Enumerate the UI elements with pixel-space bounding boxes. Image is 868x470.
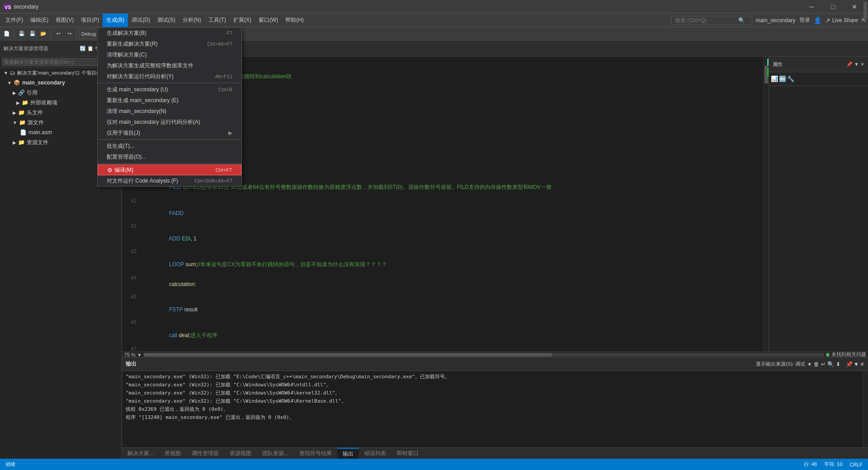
output-word-wrap-btn[interactable]: ↵ <box>821 361 826 367</box>
output-auto-scroll-btn[interactable]: ⬇ <box>836 361 840 367</box>
status-char[interactable]: 字符: 10 <box>822 461 844 468</box>
build-menu-analyze-project[interactable]: 仅对 main_secondary 运行代码分析(A) <box>98 117 241 127</box>
status-char-text: 字符: 10 <box>824 461 842 468</box>
prop-sort-icon[interactable]: 🔤 <box>779 75 786 82</box>
build-menu-clean-project[interactable]: 清理 main_secondary(N) <box>98 106 241 117</box>
prop-wrench-icon[interactable]: 🔧 <box>787 75 794 82</box>
properties-panel: 属性 📌 ▼ ✕ 📊 🔤 🔧 <box>769 56 868 352</box>
prop-pin-icon[interactable]: 📌 <box>846 61 853 67</box>
properties-controls: 📌 ▼ ✕ <box>846 61 864 67</box>
output-line-6: 程序 "[13248] main_secondary.exe" 已退出，返回值为… <box>126 414 859 422</box>
build-menu-config-manager[interactable]: 配置管理器(O)... <box>98 151 241 162</box>
menu-window[interactable]: 窗口(W) <box>255 14 282 27</box>
tab-prop-manager[interactable]: 属性管理器 <box>186 448 224 459</box>
search-box[interactable]: 🔍 <box>671 16 752 25</box>
account-icon[interactable]: 👤 <box>814 17 821 24</box>
code-line-42: 42 ADD ESI, 1 <box>122 223 763 248</box>
output-panel-header: 输出 显示输出来源(S): 调试 ▼ 🗑 ↵ 🔍 ⬇ 📌 ▼ <box>122 357 868 371</box>
build-menu-rebuild-solution[interactable]: 重新生成解决方案(R) Ctrl+Alt+F7 <box>98 38 241 49</box>
menu-project[interactable]: 项目(P) <box>77 14 103 27</box>
src-label: 源文件 <box>28 119 44 127</box>
search-input[interactable] <box>675 17 738 24</box>
tab-resource-view[interactable]: 资源视图 <box>224 448 257 459</box>
minimize-button[interactable]: ─ <box>802 0 822 14</box>
menu-debug[interactable]: 调试(D) <box>128 14 154 27</box>
h-scrollbar[interactable]: 75 % ▼ 未找到相关问题 <box>122 352 868 357</box>
panel-pin-icon[interactable]: 📌 <box>846 361 853 367</box>
menu-file[interactable]: 文件(F) <box>2 14 27 27</box>
output-find-btn[interactable]: 🔍 <box>827 361 834 367</box>
sidebar-props-icon[interactable]: 📋 <box>87 46 94 52</box>
project-label: main_secondary <box>22 80 65 86</box>
menu-tools[interactable]: 工具(T) <box>205 14 230 27</box>
tab-output[interactable]: 输出 <box>337 448 359 459</box>
zoom-text: 75 % <box>124 352 136 357</box>
toolbar-save[interactable]: 💾 <box>28 29 38 39</box>
menu-right: 🔍 main_secondary 登录 👤 ↗ Live Share ⇱ <box>671 16 866 25</box>
tab-error-list[interactable]: 错误列表 <box>359 448 392 459</box>
login-button[interactable]: 登录 <box>799 16 810 24</box>
build-menu-sep2 <box>98 139 241 140</box>
hdr-label: 头文件 <box>27 109 43 117</box>
toolbar-redo[interactable]: ↪ <box>64 29 74 39</box>
search-icon: 🔍 <box>738 17 745 24</box>
menu-view[interactable]: 视图(V) <box>52 14 77 27</box>
zoom-dropdown[interactable]: ▼ <box>137 352 142 357</box>
prop-close-icon[interactable]: ✕ <box>860 61 864 67</box>
output-clear-btn[interactable]: 🗑 <box>814 361 819 367</box>
build-menu-rebuild-project[interactable]: 重新生成 main_secondary (E) <box>98 95 241 106</box>
toolbar-open[interactable]: 📂 <box>38 29 48 39</box>
sidebar-sync-icon[interactable]: 🔄 <box>80 46 86 52</box>
build-menu-build-solution[interactable]: 生成解决方案(B) F7 <box>98 28 241 38</box>
build-menu-gen-pdb[interactable]: 为解决方案生成完整程序数据库文件 <box>98 60 241 71</box>
status-ready-text: 就绪 <box>5 461 15 468</box>
menu-build[interactable]: 生成(B) <box>103 14 128 27</box>
tab-immediate[interactable]: 即时窗口 <box>392 448 424 459</box>
build-menu-clean-solution[interactable]: 清理解决方案(C) <box>98 49 241 60</box>
output-scrollbar[interactable] <box>863 371 868 447</box>
menu-edit[interactable]: 编辑(E) <box>27 14 52 27</box>
status-ready[interactable]: 就绪 <box>4 461 17 468</box>
tab-team[interactable]: 团队资源... <box>257 448 294 459</box>
maximize-button[interactable]: □ <box>823 0 843 14</box>
status-line[interactable]: 行: 48 <box>802 461 819 468</box>
build-menu-compile[interactable]: ⚙ 编译(M) Ctrl+F7 <box>98 164 241 175</box>
vertical-scrollbar[interactable] <box>763 56 769 352</box>
asm-icon: 📄 <box>20 129 27 136</box>
project-name: main_secondary <box>756 17 796 24</box>
build-menu-build-project[interactable]: 生成 main_secondary (U) Ctrl+B <box>98 84 241 95</box>
toolbar-save-all[interactable]: 💾 <box>17 29 27 39</box>
panel-close-icon[interactable]: ✕ <box>860 361 864 367</box>
menu-test[interactable]: 测试(S) <box>154 14 179 27</box>
ref-icon: 🔗 <box>18 89 25 96</box>
menu-analyze[interactable]: 分析(N) <box>179 14 205 27</box>
status-line-ending[interactable]: CRLF <box>848 462 864 467</box>
output-toolbar: 显示输出来源(S): 调试 ▼ 🗑 ↵ 🔍 ⬇ 📌 ▼ ✕ <box>756 361 864 367</box>
toolbar-new[interactable]: 📄 <box>2 29 12 39</box>
build-menu-project-only[interactable]: 仅用于项目(J) ▶ <box>98 127 241 138</box>
toolbar-undo[interactable]: ↩ <box>53 29 63 39</box>
prop-cat-icon[interactable]: 📊 <box>771 75 778 82</box>
live-share-button[interactable]: ↗ Live Share <box>825 17 858 24</box>
h-scroll-track[interactable] <box>144 353 824 357</box>
tab-find-symbol[interactable]: 查找符号结果 <box>294 448 337 459</box>
properties-content <box>769 86 868 352</box>
ext-label: 外部依赖项 <box>30 99 57 107</box>
build-menu-batch[interactable]: 批生成(T)... <box>98 141 241 151</box>
prop-dropdown-icon[interactable]: ▼ <box>854 61 859 67</box>
build-menu-sep3 <box>98 163 241 164</box>
tab-solution[interactable]: 解决方案... <box>122 448 159 459</box>
tab-class-view[interactable]: 类视图 <box>159 448 186 459</box>
ext-icon: 📁 <box>22 99 28 106</box>
panel-dropdown-icon[interactable]: ▼ <box>854 361 859 367</box>
build-menu-analyze-file[interactable]: 对文件运行 Code Analysis (F) Ctrl+Shift+Alt+F… <box>98 175 241 186</box>
code-line-43: 43 LOOP sum;//本来这句是CX为零就不执行跳转的语句，但是不知道为什… <box>122 248 763 275</box>
output-line-3: "main_secondary.exe" (Win32): 已加载 "C:\Wi… <box>126 389 859 397</box>
src-arrow: ▼ <box>13 120 17 125</box>
menu-help[interactable]: 帮助(H) <box>282 14 307 27</box>
output-source-dropdown[interactable]: ▼ <box>807 362 812 367</box>
menu-extensions[interactable]: 扩展(X) <box>230 14 255 27</box>
ext-arrow: ▶ <box>16 100 20 105</box>
build-menu-analyze-solution[interactable]: 对解决方案运行代码分析(Y) Alt+F11 <box>98 71 241 82</box>
close-button[interactable]: ✕ <box>844 0 864 14</box>
